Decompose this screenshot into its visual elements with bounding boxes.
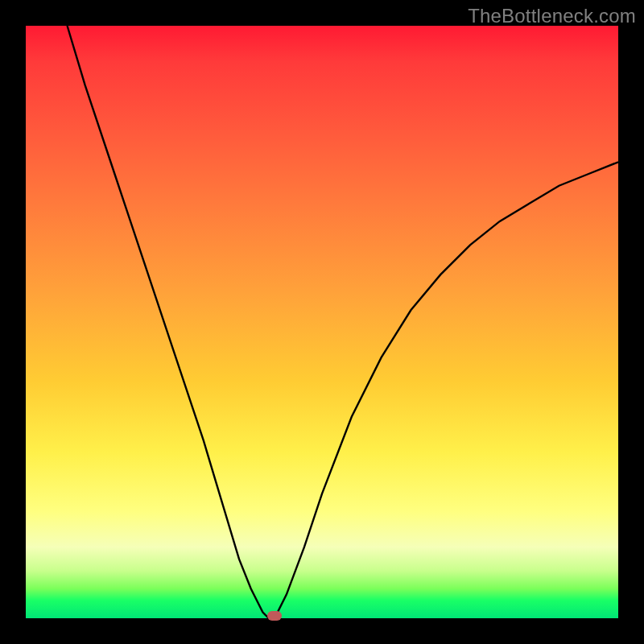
curve-right-branch xyxy=(275,162,618,618)
plot-area xyxy=(26,26,618,618)
bottleneck-curve xyxy=(26,26,618,618)
optimum-marker xyxy=(267,611,282,621)
watermark-text: TheBottleneck.com xyxy=(468,5,636,27)
chart-frame: TheBottleneck.com xyxy=(0,0,644,644)
curve-left-branch xyxy=(68,26,269,618)
